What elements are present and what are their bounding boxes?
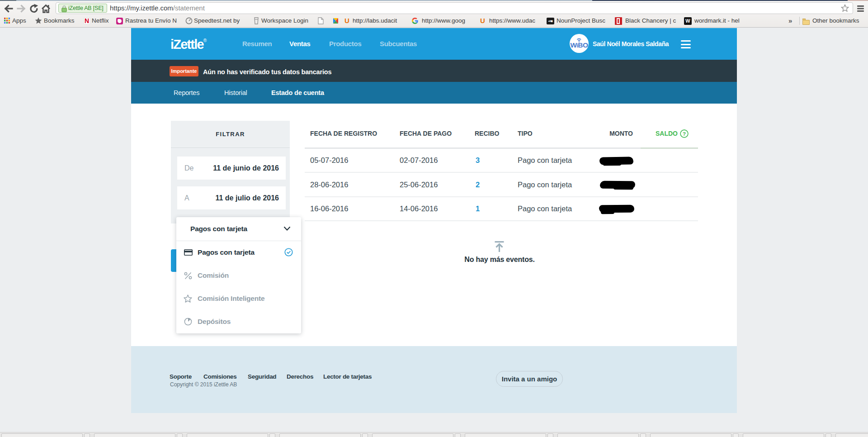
svg-text:?: ? <box>683 131 686 137</box>
